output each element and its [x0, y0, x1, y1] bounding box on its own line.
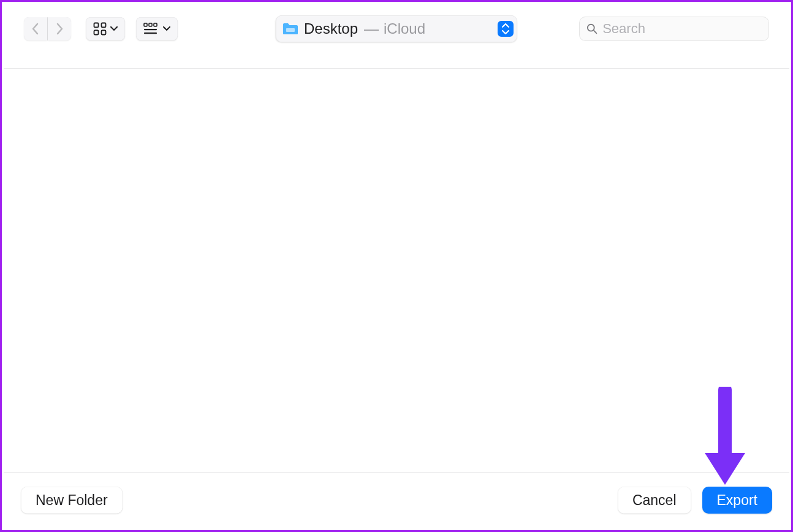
- svg-rect-6: [154, 23, 157, 26]
- back-button[interactable]: [24, 17, 47, 40]
- search-input[interactable]: [602, 21, 762, 37]
- location-selector[interactable]: Desktop — iCloud: [276, 15, 517, 42]
- search-icon: [586, 23, 598, 35]
- svg-rect-4: [144, 23, 147, 26]
- footer: New Folder Cancel Export: [4, 479, 789, 522]
- chevron-right-icon: [55, 23, 64, 35]
- view-grid-button[interactable]: [86, 17, 125, 40]
- grid-icon: [93, 22, 107, 36]
- svg-point-11: [588, 25, 594, 31]
- svg-rect-0: [94, 23, 99, 28]
- chevron-down-icon: [163, 26, 170, 31]
- group-icon: [143, 23, 159, 35]
- folder-icon: [282, 22, 299, 36]
- footer-actions: Cancel Export: [618, 487, 772, 514]
- chevron-down-icon: [110, 26, 118, 31]
- file-list-area[interactable]: [4, 69, 789, 471]
- chevron-left-icon: [31, 23, 40, 35]
- svg-rect-10: [286, 28, 295, 32]
- svg-rect-8: [144, 32, 157, 34]
- updown-arrows-icon: [498, 21, 514, 37]
- svg-rect-3: [102, 31, 106, 35]
- footer-divider: [4, 472, 789, 473]
- nav-button-group: [24, 17, 71, 40]
- location-separator: —: [364, 20, 379, 37]
- new-folder-button[interactable]: New Folder: [21, 487, 123, 514]
- export-button[interactable]: Export: [702, 487, 772, 514]
- svg-rect-5: [149, 23, 152, 26]
- svg-rect-7: [144, 29, 157, 30]
- search-field[interactable]: [579, 17, 769, 41]
- cancel-button[interactable]: Cancel: [618, 487, 691, 514]
- svg-rect-1: [102, 23, 106, 28]
- toolbar: Desktop — iCloud: [2, 2, 791, 56]
- forward-button[interactable]: [48, 17, 71, 40]
- location-source: iCloud: [384, 20, 425, 37]
- view-group-button[interactable]: [136, 17, 178, 40]
- location-folder-name: Desktop: [304, 20, 358, 37]
- svg-rect-2: [94, 31, 99, 35]
